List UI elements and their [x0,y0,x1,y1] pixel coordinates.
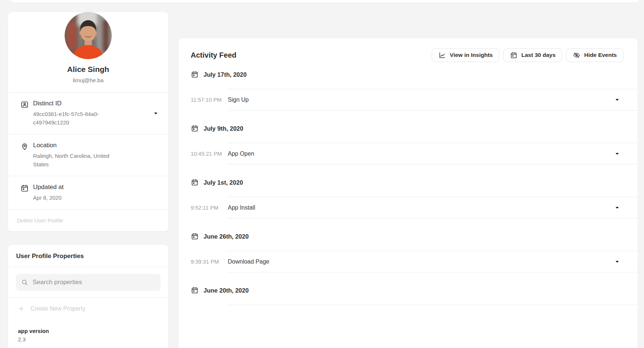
search-icon [21,279,28,286]
event-time [191,305,228,345]
feed-group-july-1st-2020: July 1st, 20209:52:11 PMApp Install [191,177,638,218]
event-expand-chevron-icon[interactable] [614,151,620,157]
profile-field-location: LocationRaleigh, North Carolina, United … [8,134,168,176]
event-name: App Install [228,204,255,211]
feed-group-july-9th-2020: July 9th, 202010:45:21 PMApp Open [191,123,638,164]
search-properties-input[interactable] [33,279,155,286]
profile-field-label: Distinct ID [33,100,113,107]
feed-date-header: July 17th, 2020 [191,69,638,80]
event-row-placeholder [191,305,638,345]
calendar-icon [20,184,29,193]
event-body: App Open [228,143,638,164]
event-time: 9:52:11 PM [191,197,228,218]
event-time: 10:45:21 PM [191,143,228,164]
event-name: App Open [228,151,254,157]
profile-email: limuj@he.ba [8,77,168,92]
event-time: 9:39:31 PM [191,251,228,272]
event-body: Sign Up [228,89,638,110]
feed-date-label: June 26th, 2020 [204,233,249,240]
eye-off-icon [573,51,580,59]
line-chart-icon [438,51,446,59]
profile-field-text: LocationRaleigh, North Carolina, United … [33,142,113,168]
plus-icon [18,305,25,312]
user-profile-properties-card: User Profile Properties Create New Prope… [8,245,168,348]
profile-field-value: Raleigh, North Carolina, United States [33,152,113,168]
feed-date-header: June 20th, 2020 [191,285,638,296]
calendar-icon [191,286,199,294]
id-card-icon [20,100,29,109]
property-item-app-version[interactable]: app version2.3 [8,320,168,348]
calendar-icon [191,232,199,240]
hide-events-button[interactable]: Hide Events [566,48,623,62]
profile-field-text: Distinct ID49cc0381-e1fc-57c5-84a0-c4979… [33,100,113,127]
feed-date-header: June 26th, 2020 [191,231,638,242]
distinct-id-expand-chevron-icon[interactable] [153,110,159,116]
feed-group-july-17th-2020: July 17th, 202011:57:10 PMSign Up [191,69,638,110]
profile-field-value: 49cc0381-e1fc-57c5-84a0-c497949c1220 [33,110,113,127]
avatar [65,12,112,59]
property-value: 2.3 [18,336,158,342]
feed-group-june-26th-2020: June 26th, 20209:39:31 PMDownload Page [191,231,638,272]
profile-name: Alice Singh [8,65,168,74]
feed-date-header: July 1st, 2020 [191,177,638,188]
event-body [228,305,638,345]
feed-date-label: July 9th, 2020 [204,125,243,132]
property-name: app version [18,328,158,334]
divider [8,267,168,267]
event-name: Download Page [228,258,269,265]
profile-field-value: Apr 8, 2020 [33,193,64,202]
calendar-icon [191,178,199,186]
view-in-insights-button[interactable]: View in Insights [432,48,499,62]
activity-feed-toolbar: View in InsightsLast 30 daysHide Events [432,48,623,62]
feed-date-label: July 17th, 2020 [204,71,247,78]
event-expand-chevron-icon[interactable] [614,205,620,211]
feed-date-header: July 9th, 2020 [191,123,638,134]
location-pin-icon [20,142,29,151]
event-body: Download Page [228,251,638,272]
event-row-app-install[interactable]: 9:52:11 PMApp Install [191,197,638,218]
hide-events-button-label: Hide Events [584,52,617,58]
event-expand-chevron-icon[interactable] [614,259,620,265]
profile-field-updated-at: Updated atApr 8, 2020 [8,176,168,209]
activity-feed-groups: July 17th, 202011:57:10 PMSign UpJuly 9t… [179,69,638,345]
profile-field-label: Updated at [33,184,64,191]
profile-card: Alice Singh limuj@he.ba Distinct ID49cc0… [8,12,168,231]
event-row-sign-up[interactable]: 11:57:10 PMSign Up [191,89,638,110]
calendar-icon [191,124,199,133]
last-30-days-button-label: Last 30 days [521,52,555,58]
search-properties-box [16,274,161,291]
create-new-property-label: Create New Property [30,305,85,312]
calendar-icon [510,51,518,59]
view-in-insights-button-label: View in Insights [450,52,493,58]
activity-feed-title: Activity Feed [191,51,236,59]
profile-field-distinct-id: Distinct ID49cc0381-e1fc-57c5-84a0-c4979… [8,92,168,134]
event-row-download-page[interactable]: 9:39:31 PMDownload Page [191,251,638,272]
profile-sidebar: Alice Singh limuj@he.ba Distinct ID49cc0… [8,0,168,348]
feed-date-label: June 20th, 2020 [204,287,249,294]
feed-date-label: July 1st, 2020 [204,179,243,186]
profile-field-text: Updated atApr 8, 2020 [33,184,64,202]
event-time: 11:57:10 PM [191,89,228,110]
profile-fields: Distinct ID49cc0381-e1fc-57c5-84a0-c4979… [8,92,168,209]
last-30-days-button[interactable]: Last 30 days [503,48,562,62]
calendar-icon [191,70,199,79]
event-expand-chevron-icon[interactable] [614,97,620,103]
event-name: Sign Up [228,97,249,103]
feed-group-june-20th-2020: June 20th, 2020 [191,285,638,345]
properties-panel-title: User Profile Properties [8,245,168,267]
create-new-property-button[interactable]: Create New Property [8,297,168,320]
event-row-app-open[interactable]: 10:45:21 PMApp Open [191,143,638,164]
property-list: app version2.3 [8,320,168,348]
event-body: App Install [228,197,638,218]
profile-field-label: Location [33,142,113,149]
activity-feed-header: Activity Feed View in InsightsLast 30 da… [179,38,638,62]
delete-user-profile-button[interactable]: Delete User Profile [8,209,168,231]
activity-feed-card: Activity Feed View in InsightsLast 30 da… [179,38,638,348]
